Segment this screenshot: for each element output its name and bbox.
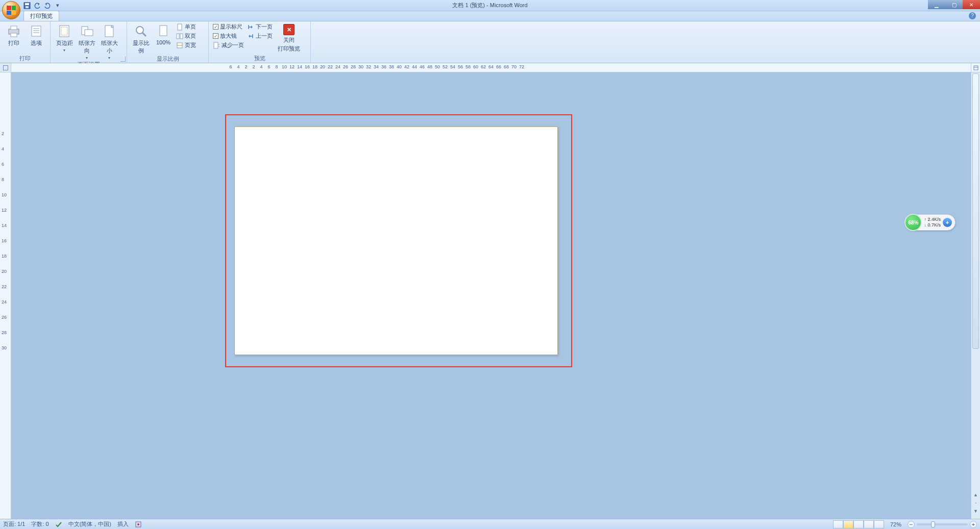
next-page-button[interactable]: 下一页 [246, 22, 274, 31]
macro-record-icon[interactable] [135, 521, 142, 528]
size-button[interactable]: 纸张大小 [99, 22, 120, 60]
svg-rect-22 [214, 42, 218, 48]
view-print-layout-button[interactable] [833, 520, 843, 528]
minimize-button[interactable]: ▁ [928, 0, 945, 9]
h-ruler-mark: 66 [496, 64, 501, 69]
orientation-button[interactable]: 纸张方向 [76, 22, 97, 60]
margins-button[interactable]: 页边距 [54, 22, 75, 53]
zoom-knob[interactable] [931, 521, 935, 527]
view-fullscreen-reading-button[interactable] [843, 520, 853, 528]
close-x-icon: ✕ [283, 24, 295, 35]
page-width-icon [176, 42, 183, 49]
h-ruler-mark: 22 [328, 64, 333, 69]
orientation-label: 纸张方向 [76, 39, 97, 55]
h-ruler-mark: 4 [260, 64, 262, 69]
options-label: 选项 [31, 39, 42, 47]
size-label: 纸张大小 [99, 39, 120, 55]
v-ruler-mark: 2 [2, 131, 4, 136]
zoom-out-button[interactable]: − [908, 521, 915, 528]
status-language[interactable]: 中文(简体，中国) [68, 520, 111, 528]
checkbox-checked-icon: ✓ [213, 24, 218, 30]
widget-expand-icon[interactable]: + [943, 218, 952, 227]
status-bar: 页面: 1/1 字数: 0 中文(简体，中国) 插入 72% − + [0, 519, 980, 529]
proofing-icon[interactable] [55, 521, 62, 528]
status-insert-mode[interactable]: 插入 [117, 520, 129, 528]
document-canvas[interactable] [11, 72, 971, 519]
h-ruler-mark: 50 [435, 64, 440, 69]
vertical-ruler[interactable]: 24681012141618202224262830 [0, 72, 11, 519]
h-ruler-mark: 10 [282, 64, 287, 69]
h-ruler-mark: 4 [237, 64, 239, 69]
h-ruler-mark: 42 [404, 64, 409, 69]
document-page[interactable] [234, 127, 558, 355]
h-ruler-mark: 20 [320, 64, 325, 69]
close-preview-button[interactable]: ✕ 关闭 打印预览 [275, 22, 303, 53]
browse-next-icon[interactable]: ▼ [972, 508, 979, 515]
next-page-label: 下一页 [256, 23, 273, 31]
maximize-button[interactable]: ▢ [945, 0, 963, 9]
svg-rect-20 [180, 34, 183, 39]
h-ruler-mark: 2 [252, 64, 255, 69]
close-button[interactable]: ✕ [963, 0, 980, 9]
prev-page-button[interactable]: 上一页 [246, 32, 274, 40]
horizontal-ruler[interactable]: 6422468101214161820222426283032343638404… [11, 63, 980, 72]
zoom-slider: − + [908, 521, 977, 528]
svg-rect-6 [32, 26, 41, 36]
qat-customize-icon[interactable]: ▾ [54, 2, 61, 9]
help-icon[interactable]: ? [969, 12, 976, 19]
shrink-one-page-button[interactable]: 减少一页 [212, 41, 245, 49]
options-button[interactable]: 选项 [26, 22, 47, 47]
vertical-scrollbar[interactable]: ▲ ◦ ▼ [971, 72, 980, 519]
one-page-button[interactable]: 单页 [175, 22, 197, 31]
h-ruler-mark: 8 [275, 64, 278, 69]
redo-icon[interactable] [44, 2, 51, 9]
save-icon[interactable] [23, 2, 31, 9]
undo-icon[interactable] [34, 2, 41, 9]
status-zoom-value[interactable]: 72% [890, 521, 901, 527]
h-ruler-mark: 60 [473, 64, 478, 69]
browse-prev-icon[interactable]: ▲ [972, 491, 979, 498]
svg-rect-19 [177, 34, 179, 39]
ruler-toggle-button[interactable] [971, 63, 980, 72]
page-width-button[interactable]: 页宽 [175, 41, 197, 49]
zoom-track[interactable] [917, 523, 968, 525]
hundred-button[interactable]: 100% [153, 22, 174, 45]
view-web-layout-button[interactable] [853, 520, 864, 528]
hundred-label: 100% [156, 39, 170, 45]
office-button[interactable] [2, 1, 20, 19]
cpu-percent-badge: 68% [904, 214, 922, 231]
zoom-in-button[interactable]: + [970, 521, 977, 528]
show-ruler-checkbox[interactable]: ✓ 显示标尺 [212, 22, 245, 31]
status-page[interactable]: 页面: 1/1 [3, 520, 25, 528]
view-outline-button[interactable] [864, 520, 874, 528]
magnifier-checkbox[interactable]: ✓ 放大镜 [212, 32, 245, 40]
h-ruler-mark: 54 [450, 64, 455, 69]
svg-line-16 [142, 33, 146, 36]
tab-print-preview[interactable]: 打印预览 [23, 11, 59, 21]
ribbon-tabs: 打印预览 ? [0, 11, 980, 21]
network-monitor-widget[interactable]: 68% ↑ 2.4K/s ↓ 0.7K/s + [905, 214, 955, 231]
scrollbar-thumb[interactable] [972, 73, 979, 349]
view-draft-button[interactable] [874, 520, 884, 528]
page-setup-dialog-launcher[interactable] [120, 57, 126, 62]
group-print-label: 打印 [3, 54, 47, 63]
page-100-icon [156, 24, 170, 38]
one-page-label: 单页 [185, 23, 196, 31]
ruler-tab-selector[interactable] [0, 63, 11, 72]
v-ruler-mark: 24 [2, 299, 7, 305]
two-pages-button[interactable]: 双页 [175, 32, 197, 40]
group-preview-label: 预览 [212, 54, 307, 63]
browse-object-icon[interactable]: ◦ [972, 499, 979, 507]
prev-page-icon [247, 33, 254, 40]
group-zoom: 显示比例 100% 单页 双页 页宽 [127, 21, 209, 63]
zoom-button[interactable]: 显示比例 [130, 22, 152, 55]
svg-rect-18 [178, 24, 182, 30]
window-title: 文档 1 (预览) - Microsoft Word [0, 2, 980, 9]
v-ruler-mark: 26 [2, 315, 7, 320]
v-ruler-mark: 16 [2, 238, 7, 243]
print-button[interactable]: 打印 [3, 22, 24, 47]
quick-access-toolbar: ▾ [23, 2, 61, 9]
download-rate: 0.7K/s [927, 222, 941, 228]
status-words[interactable]: 字数: 0 [31, 520, 48, 528]
horizontal-ruler-row: 6422468101214161820222426283032343638404… [0, 63, 980, 72]
